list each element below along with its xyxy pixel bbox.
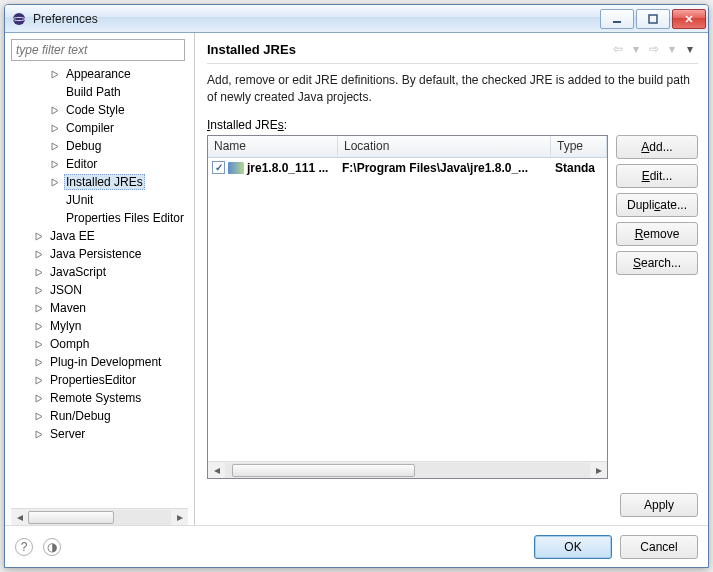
- col-name[interactable]: Name: [208, 136, 338, 157]
- expander-icon[interactable]: [49, 158, 62, 171]
- col-location[interactable]: Location: [338, 136, 551, 157]
- tree-item[interactable]: Compiler: [11, 119, 194, 137]
- tree-item-label: Build Path: [64, 85, 123, 99]
- table-header[interactable]: Name Location Type: [208, 136, 607, 158]
- scroll-right-icon[interactable]: ▸: [171, 509, 188, 526]
- tree-item[interactable]: Installed JREs: [11, 173, 194, 191]
- expander-icon[interactable]: [33, 410, 46, 423]
- expander-icon[interactable]: [33, 266, 46, 279]
- edit-button[interactable]: Edit...: [616, 164, 698, 188]
- col-type[interactable]: Type: [551, 136, 607, 157]
- view-menu-icon[interactable]: ▾: [682, 41, 698, 57]
- tree-item-label: Appearance: [64, 67, 133, 81]
- tree-item[interactable]: Server: [11, 425, 194, 443]
- table-row[interactable]: ✓jre1.8.0_111 ...F:\Program Files\Java\j…: [208, 158, 607, 178]
- tree-item[interactable]: Remote Systems: [11, 389, 194, 407]
- tree-item[interactable]: Debug: [11, 137, 194, 155]
- filter-input[interactable]: [11, 39, 185, 61]
- expander-icon[interactable]: [49, 68, 62, 81]
- tree-item-label: Mylyn: [48, 319, 83, 333]
- expander-icon[interactable]: [33, 338, 46, 351]
- ok-button[interactable]: OK: [534, 535, 612, 559]
- jre-icon: [228, 162, 244, 174]
- expander-icon[interactable]: [49, 122, 62, 135]
- expander-icon[interactable]: [33, 302, 46, 315]
- help-icon[interactable]: ?: [15, 538, 33, 556]
- nav-forward-menu-icon[interactable]: ▾: [664, 41, 680, 57]
- expander-icon[interactable]: [33, 392, 46, 405]
- preferences-tree[interactable]: AppearanceBuild PathCode StyleCompilerDe…: [11, 65, 194, 508]
- nav-back-menu-icon[interactable]: ▾: [628, 41, 644, 57]
- expander-icon[interactable]: [33, 284, 46, 297]
- tree-item[interactable]: Build Path: [11, 83, 194, 101]
- jre-table[interactable]: Name Location Type ✓jre1.8.0_111 ...F:\P…: [207, 135, 608, 479]
- tree-item[interactable]: Java Persistence: [11, 245, 194, 263]
- page-title: Installed JREs: [207, 42, 610, 57]
- tree-item[interactable]: Run/Debug: [11, 407, 194, 425]
- remove-button[interactable]: Remove: [616, 222, 698, 246]
- tree-item-label: Properties Files Editor: [64, 211, 186, 225]
- tree-item-label: Code Style: [64, 103, 127, 117]
- close-button[interactable]: [672, 9, 706, 29]
- duplicate-button[interactable]: Duplicate...: [616, 193, 698, 217]
- expander-icon[interactable]: [33, 230, 46, 243]
- scroll-thumb[interactable]: [232, 464, 415, 477]
- table-h-scrollbar[interactable]: ◂ ▸: [208, 461, 607, 478]
- expander-icon[interactable]: [33, 248, 46, 261]
- expander-icon[interactable]: [49, 212, 62, 225]
- apply-button[interactable]: Apply: [620, 493, 698, 517]
- svg-rect-2: [613, 21, 621, 23]
- jre-type: Standa: [551, 161, 607, 175]
- scroll-left-icon[interactable]: ◂: [208, 462, 225, 479]
- titlebar[interactable]: Preferences: [5, 5, 708, 33]
- table-body[interactable]: ✓jre1.8.0_111 ...F:\Program Files\Java\j…: [208, 158, 607, 461]
- tree-item[interactable]: JavaScript: [11, 263, 194, 281]
- expander-icon[interactable]: [33, 320, 46, 333]
- expander-icon[interactable]: [33, 374, 46, 387]
- nav-back-icon[interactable]: ⇦: [610, 41, 626, 57]
- tree-item[interactable]: JSON: [11, 281, 194, 299]
- tree-item[interactable]: JUnit: [11, 191, 194, 209]
- page-description: Add, remove or edit JRE definitions. By …: [207, 72, 698, 106]
- tree-item[interactable]: PropertiesEditor: [11, 371, 194, 389]
- cancel-button[interactable]: Cancel: [620, 535, 698, 559]
- expander-icon[interactable]: [49, 176, 62, 189]
- tree-item-label: Editor: [64, 157, 99, 171]
- tree-item-label: Compiler: [64, 121, 116, 135]
- tree-item-label: Debug: [64, 139, 103, 153]
- tree-item[interactable]: Maven: [11, 299, 194, 317]
- dialog-toolbar-icon[interactable]: ◑: [43, 538, 61, 556]
- scroll-thumb[interactable]: [28, 511, 114, 524]
- search-button[interactable]: Search...: [616, 251, 698, 275]
- minimize-button[interactable]: [600, 9, 634, 29]
- add-button[interactable]: Add...: [616, 135, 698, 159]
- tree-item-label: Run/Debug: [48, 409, 113, 423]
- expander-icon[interactable]: [49, 194, 62, 207]
- tree-item[interactable]: Properties Files Editor: [11, 209, 194, 227]
- tree-item[interactable]: Oomph: [11, 335, 194, 353]
- tree-item-label: Plug-in Development: [48, 355, 163, 369]
- expander-icon[interactable]: [33, 356, 46, 369]
- scroll-right-icon[interactable]: ▸: [590, 462, 607, 479]
- tree-item[interactable]: Mylyn: [11, 317, 194, 335]
- detail-pane: Installed JREs ⇦ ▾ ⇨ ▾ ▾ Add, remove or …: [195, 33, 708, 525]
- maximize-button[interactable]: [636, 9, 670, 29]
- tree-item[interactable]: Editor: [11, 155, 194, 173]
- scroll-left-icon[interactable]: ◂: [11, 509, 28, 526]
- nav-forward-icon[interactable]: ⇨: [646, 41, 662, 57]
- jre-location: F:\Program Files\Java\jre1.8.0_...: [338, 161, 551, 175]
- expander-icon[interactable]: [49, 104, 62, 117]
- tree-item[interactable]: Appearance: [11, 65, 194, 83]
- scroll-track[interactable]: [28, 510, 171, 525]
- tree-item-label: Java Persistence: [48, 247, 143, 261]
- expander-icon[interactable]: [49, 140, 62, 153]
- tree-item-label: Maven: [48, 301, 88, 315]
- scroll-track[interactable]: [225, 463, 590, 478]
- checkbox[interactable]: ✓: [212, 161, 225, 174]
- expander-icon[interactable]: [33, 428, 46, 441]
- tree-item[interactable]: Plug-in Development: [11, 353, 194, 371]
- expander-icon[interactable]: [49, 86, 62, 99]
- tree-item[interactable]: Java EE: [11, 227, 194, 245]
- tree-h-scrollbar[interactable]: ◂ ▸: [11, 508, 188, 525]
- tree-item[interactable]: Code Style: [11, 101, 194, 119]
